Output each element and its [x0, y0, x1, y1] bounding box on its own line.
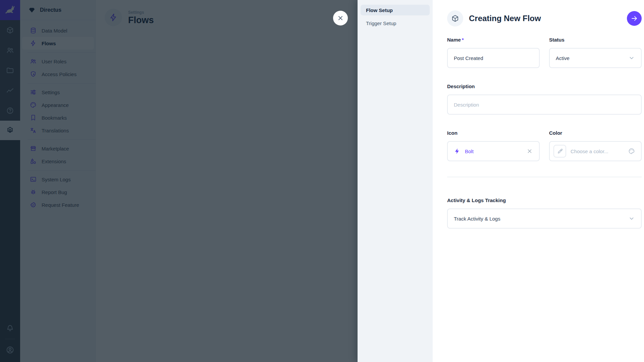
tracking-select[interactable]: Track Activity & Logs: [447, 208, 642, 229]
clear-icon[interactable]: [526, 148, 533, 155]
drawer-header: Creating New Flow: [447, 10, 642, 27]
name-status-row: Name* Status Active: [447, 37, 642, 68]
color-label: Color: [549, 130, 642, 136]
icon-color-row: Icon Bolt: [447, 130, 642, 161]
status-value: Active: [556, 55, 570, 61]
directus-app: Directus Data Model Flows: [0, 0, 644, 362]
palette-icon[interactable]: [628, 148, 635, 155]
color-input[interactable]: Choose a color...: [549, 141, 642, 161]
arrow-right-icon: [631, 15, 638, 22]
eyedropper-icon[interactable]: [553, 145, 566, 158]
description-row: Description: [447, 83, 642, 115]
required-asterisk: *: [462, 37, 464, 43]
drawer-backdrop[interactable]: [0, 0, 358, 362]
status-select[interactable]: Active: [549, 48, 642, 68]
bolt-icon: [454, 148, 461, 155]
box-icon: [447, 10, 463, 26]
description-label: Description: [447, 83, 642, 89]
chevron-down-icon: [628, 215, 635, 222]
drawer-close-button[interactable]: [333, 11, 348, 25]
tab-trigger-setup[interactable]: Trigger Setup: [361, 18, 430, 28]
tab-flow-setup[interactable]: Flow Setup: [361, 5, 430, 15]
name-label: Name*: [447, 37, 540, 43]
icon-select[interactable]: Bolt: [447, 141, 540, 161]
chevron-down-icon: [628, 55, 635, 61]
status-label: Status: [549, 37, 642, 43]
flow-setup-form: Name* Status Active: [447, 37, 642, 229]
color-placeholder: Choose a color...: [571, 148, 624, 154]
drawer-content: Creating New Flow Name*: [433, 0, 644, 362]
tracking-label: Activity & Logs Tracking: [447, 197, 642, 203]
form-divider: [447, 177, 642, 177]
description-input[interactable]: [447, 95, 642, 115]
name-input[interactable]: [447, 48, 540, 68]
create-flow-drawer: Flow Setup Trigger Setup Creating New Fl…: [358, 0, 644, 362]
save-flow-button[interactable]: [627, 11, 642, 26]
drawer-sidebar: Flow Setup Trigger Setup: [358, 0, 433, 362]
icon-value: Bolt: [465, 148, 474, 154]
tracking-value: Track Activity & Logs: [454, 216, 500, 222]
close-icon: [337, 14, 344, 22]
drawer-title: Creating New Flow: [469, 14, 627, 23]
icon-label: Icon: [447, 130, 540, 136]
